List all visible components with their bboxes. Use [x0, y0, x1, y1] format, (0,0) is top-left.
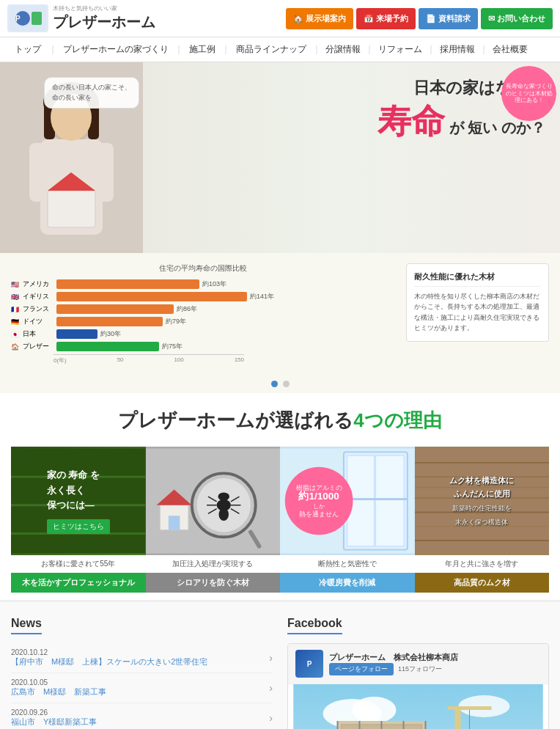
nav-sep-3: ｜: [221, 43, 230, 56]
news-arrow-3: ›: [269, 712, 273, 724]
chart-area: 住宅の平均寿命の国際比較 🇺🇸 アメリカ 約103年 🇬🇧 イギリス 約141年…: [11, 263, 395, 364]
svg-rect-13: [48, 191, 95, 227]
news-date-2: 2020.10.05: [11, 678, 106, 686]
logo-sub-text: 木持ちと気持ちのいい家: [53, 4, 155, 12]
header: P 木持ちと気持ちのいい家 プレザーホーム 🏠 展示場案内 📅 来場予約 📄 資…: [0, 0, 560, 37]
svg-point-56: [353, 697, 397, 723]
facebook-page-name: プレザーホーム 株式会社柳本商店: [329, 652, 458, 663]
svg-rect-7: [29, 143, 48, 202]
news-text-3: 福山市 Y様邸新築工事: [11, 717, 97, 728]
logo-main-text: プレザーホーム: [53, 12, 155, 32]
reason-card-3: 樹脂はアルミの 約1/1000 しか 熱を通ません 断熱性と気密性で 冷暖房費を…: [280, 447, 415, 593]
svg-point-24: [218, 508, 229, 521]
nav-item-top[interactable]: トップ: [7, 37, 48, 62]
nav-item-housebuild[interactable]: プレザーホームの家づくり: [57, 37, 174, 62]
facebook-card: P プレザーホーム 株式会社柳本商店 ページをフォロー 115フォロワー: [287, 643, 549, 729]
reasons-title-main: プレザーホームが選ばれる: [118, 409, 353, 431]
svg-rect-70: [448, 706, 492, 710]
reason-label-4: 年月と共に強さを増す: [415, 555, 550, 573]
nav-item-bunjo[interactable]: 分譲情報: [321, 37, 365, 62]
news-date-1: 2020.10.12: [11, 648, 207, 656]
news-text-1: 【府中市 M様邸 上棟】スケールの大きい2世帯住宅: [11, 656, 207, 667]
facebook-card-header: P プレザーホーム 株式会社柳本商店 ページをフォロー 115フォロワー: [288, 644, 548, 684]
btn-exhibition[interactable]: 🏠 展示場案内: [286, 8, 353, 29]
nav-sep-5: ｜: [365, 43, 374, 56]
news-item-2[interactable]: 2020.10.05 広島市 M様邸 新築工事 ›: [11, 673, 273, 703]
reason-card-4: ムク材を構造体にふんだんに使用新築時の住宅性能を末永く保つ構造体 年月と共に強さ…: [415, 447, 550, 593]
svg-rect-39: [344, 498, 408, 500]
reason-card-2: 加圧注入処理が実現する シロアリを防ぐ木材: [146, 447, 281, 593]
reason-label-1: お客様に愛されて55年: [11, 555, 146, 573]
reasons-section: プレザーホームが選ばれる4つの理由 家の 寿命 を永く長く保つには— ヒミツはこ…: [0, 393, 560, 600]
svg-text:熱を通ません: 熱を通ません: [299, 510, 339, 518]
hero-section: 命の長い日本人の家こそ、命の長い家を 日本の家はなぜ、 寿命 が 短い のか？ …: [0, 62, 560, 253]
nav-item-lineup[interactable]: 商品ラインナップ: [230, 37, 312, 62]
nav-sep-2: ｜: [174, 43, 183, 56]
nav-sep-6: ｜: [427, 43, 435, 56]
reason-card-1: 家の 寿命 を永く長く保つには— ヒミツはこちら お客様に愛されて55年 木を活…: [11, 447, 146, 593]
news-text-2: 広島市 M様邸 新築工事: [11, 686, 106, 697]
facebook-avatar: P: [295, 650, 323, 678]
reason-label-2: 加圧注入処理が実現する: [146, 555, 281, 573]
btn-materials[interactable]: 📄 資料請求: [419, 8, 478, 29]
svg-text:P: P: [15, 15, 21, 23]
reason-label-3: 断熱性と気密性で: [280, 555, 415, 573]
logo: P 木持ちと気持ちのいい家 プレザーホーム: [7, 4, 155, 32]
dot-1[interactable]: [271, 381, 278, 387]
facebook-section: Facebook P プレザーホーム 株式会社柳本商店 ページをフォロー 115…: [287, 617, 549, 729]
logo-icon: P: [7, 4, 48, 32]
reason-footer-3: 冷暖房費を削減: [280, 573, 415, 593]
chart-row-uk: 🇬🇧 イギリス 約141年: [11, 292, 395, 301]
dot-2[interactable]: [283, 381, 290, 387]
chart-row-japan: 🇯🇵 日本 約30年: [11, 329, 395, 339]
news-item-3[interactable]: 2020.09.26 福山市 Y様邸新築工事 ›: [11, 703, 273, 729]
btn-visit[interactable]: 📅 来場予約: [356, 8, 416, 29]
svg-rect-8: [95, 143, 114, 202]
btn-contact[interactable]: ✉ お問い合わせ: [481, 8, 553, 29]
chart-row-germany: 🇩🇪 ドイツ 約79年: [11, 317, 395, 326]
facebook-follow-btn[interactable]: ページをフォロー: [329, 663, 394, 675]
news-facebook-section: News 2020.10.12 【府中市 M様邸 上棟】スケールの大きい2世帯住…: [0, 600, 560, 729]
svg-text:樹脂はアルミの: 樹脂はアルミの: [296, 484, 342, 491]
svg-rect-38: [375, 455, 404, 546]
nav-sep-7: ｜: [479, 43, 488, 56]
hero-title-mid: が 短い のか？: [449, 118, 545, 138]
news-section: News 2020.10.12 【府中市 M様邸 上棟】スケールの大きい2世帯住…: [11, 617, 273, 729]
facebook-title: Facebook: [287, 617, 342, 634]
svg-rect-34: [168, 516, 179, 530]
reason-footer-4: 高品質のムク材: [415, 573, 550, 593]
chart-info-box: 耐久性能に優れた木材 木の特性を知り尽くした柳本商店の木材だからこそ。長持ちする…: [406, 263, 549, 342]
header-buttons: 🏠 展示場案内 📅 来場予約 📄 資料請求 ✉ お問い合わせ: [286, 8, 553, 29]
nav-item-reform[interactable]: リフォーム: [374, 37, 427, 62]
nav-item-construction[interactable]: 施工例: [183, 37, 221, 62]
chart-info-text: 木の特性を知り尽くした柳本商店の木材だからこそ。長持ちする木の処理加工、最適な構…: [414, 291, 541, 334]
news-arrow-2: ›: [269, 682, 273, 694]
reason-footer-2: シロアリを防ぐ木材: [146, 573, 281, 593]
reasons-title: プレザーホームが選ばれる4つの理由: [11, 408, 549, 433]
nav: トップ ｜ プレザーホームの家づくり ｜ 施工例 ｜ 商品ラインナップ ｜ 分譲…: [0, 37, 560, 62]
chart-axis: 0(年)50100150: [54, 354, 244, 364]
chart-row-america: 🇺🇸 アメリカ 約103年: [11, 279, 395, 289]
nav-item-company[interactable]: 会社概要: [488, 37, 532, 62]
reason-footer-1: 木を活かすプロフェッショナル: [11, 573, 146, 593]
svg-text:しか: しか: [313, 503, 325, 510]
news-item-1[interactable]: 2020.10.12 【府中市 M様邸 上棟】スケールの大きい2世帯住宅 ›: [11, 643, 273, 673]
news-date-3: 2020.09.26: [11, 708, 97, 717]
hero-title-large: 寿命: [377, 99, 445, 144]
nav-item-recruit[interactable]: 採用情報: [435, 37, 479, 62]
hero-speech-bubble: 命の長い日本人の家こそ、命の長い家を: [44, 77, 139, 109]
chart-row-pleaser: 🏠 プレザー 約75年: [11, 342, 395, 351]
svg-text:約1/1000: 約1/1000: [298, 491, 339, 502]
facebook-image: [288, 684, 548, 729]
chart-info-title: 耐久性能に優れた木材: [414, 271, 541, 287]
news-arrow-1: ›: [269, 652, 273, 664]
carousel-dots: [0, 375, 560, 393]
chart-row-france: 🇫🇷 フランス 約86年: [11, 304, 395, 314]
nav-sep-1: ｜: [48, 43, 57, 56]
chart-section: 住宅の平均寿命の国際比較 🇺🇸 アメリカ 約103年 🇬🇧 イギリス 約141年…: [0, 253, 560, 375]
reasons-title-highlight: 4つの理由: [353, 409, 441, 431]
nav-sep-4: ｜: [312, 43, 321, 56]
svg-rect-2: [32, 12, 42, 25]
facebook-followers: 115フォロワー: [398, 664, 442, 674]
news-title: News: [11, 617, 42, 634]
